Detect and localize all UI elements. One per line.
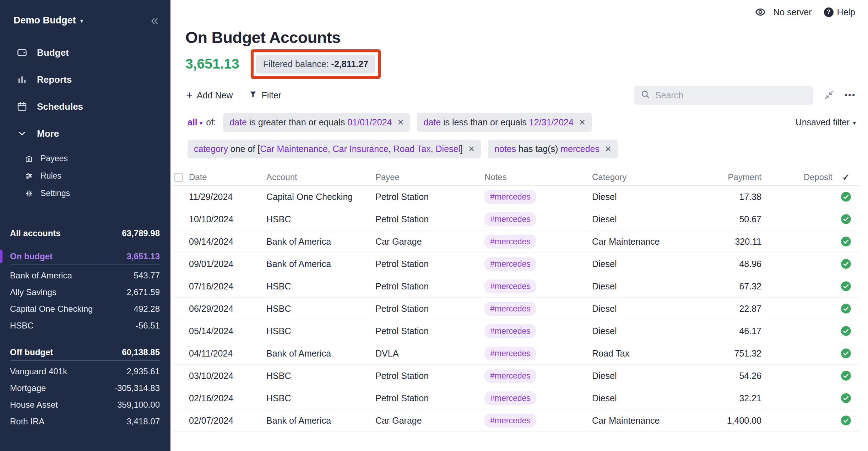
sidebar-item-all-accounts[interactable]: All accounts 63,789.98 <box>10 225 160 241</box>
column-header-deposit[interactable]: Deposit <box>761 172 832 182</box>
cleared-icon[interactable] <box>841 303 851 314</box>
column-header-notes[interactable]: Notes <box>484 172 592 182</box>
transaction-payment[interactable]: 320.11 <box>709 237 761 247</box>
table-row[interactable]: 07/16/2024 HSBC Petrol Station #mercedes… <box>173 275 859 298</box>
transaction-payment[interactable]: 22.87 <box>709 304 761 314</box>
column-header-payee[interactable]: Payee <box>375 172 484 182</box>
table-row[interactable]: 03/10/2024 HSBC Petrol Station #mercedes… <box>173 365 859 387</box>
column-header-payment[interactable]: Payment <box>709 172 761 182</box>
transaction-date[interactable]: 10/10/2024 <box>189 214 266 224</box>
close-icon[interactable]: × <box>397 117 403 127</box>
cleared-icon[interactable] <box>841 191 851 202</box>
sidebar-account-item[interactable]: Roth IRA 3,418.07 <box>10 413 160 430</box>
note-tag[interactable]: #mercedes <box>484 302 536 316</box>
transaction-account[interactable]: HSBC <box>266 326 375 336</box>
transaction-date[interactable]: 06/29/2024 <box>189 304 266 314</box>
transaction-account[interactable]: HSBC <box>266 281 375 292</box>
cleared-icon[interactable] <box>841 393 851 403</box>
column-header-account[interactable]: Account <box>266 172 375 182</box>
transaction-payment[interactable]: 67.32 <box>709 281 761 292</box>
transaction-payment[interactable]: 32.21 <box>709 393 761 403</box>
column-header-category[interactable]: Category <box>592 172 709 182</box>
transaction-category[interactable]: Diesel <box>592 304 709 314</box>
help-menu[interactable]: ? Help <box>824 7 855 17</box>
table-row[interactable]: 02/16/2024 HSBC Petrol Station #mercedes… <box>173 387 859 409</box>
transaction-category[interactable]: Diesel <box>592 192 709 202</box>
transaction-account[interactable]: HSBC <box>266 304 375 314</box>
transaction-payment[interactable]: 46.17 <box>709 326 761 336</box>
sidebar-account-item[interactable]: Mortgage -305,314.83 <box>10 380 160 396</box>
transaction-account[interactable]: Bank of America <box>266 259 375 269</box>
note-tag[interactable]: #mercedes <box>484 347 536 360</box>
transaction-date[interactable]: 02/16/2024 <box>189 393 266 403</box>
transaction-payment[interactable]: 17.38 <box>709 192 761 202</box>
transaction-payee[interactable]: Petrol Station <box>375 304 484 314</box>
unsaved-filter-menu[interactable]: Unsaved filter ▾ <box>796 117 856 127</box>
budget-switcher[interactable]: Demo Budget ▾ <box>13 15 83 26</box>
close-icon[interactable]: × <box>605 144 611 154</box>
transaction-payment[interactable]: 1,400.00 <box>709 415 761 426</box>
transaction-payment[interactable]: 50.67 <box>709 214 761 224</box>
transaction-payee[interactable]: Car Garage <box>375 237 484 247</box>
close-icon[interactable]: × <box>468 144 474 154</box>
transaction-date[interactable]: 02/07/2024 <box>189 415 266 426</box>
transaction-payment[interactable]: 48.96 <box>709 259 761 269</box>
total-balance[interactable]: 3,651.13 <box>185 56 239 72</box>
table-row[interactable]: 09/14/2024 Bank of America Car Garage #m… <box>173 230 859 253</box>
sidebar-item-settings[interactable]: Settings <box>0 185 170 202</box>
conjunction-dropdown[interactable]: all ▾ <box>188 117 202 127</box>
sidebar-collapse-button[interactable]: « <box>151 13 158 27</box>
transaction-date[interactable]: 09/14/2024 <box>189 237 266 247</box>
transaction-category[interactable]: Diesel <box>592 214 709 224</box>
note-tag[interactable]: #mercedes <box>484 324 536 338</box>
sidebar-account-item[interactable]: HSBC -56.51 <box>10 317 160 334</box>
transaction-category[interactable]: Diesel <box>592 393 709 403</box>
transaction-payment[interactable]: 751.32 <box>709 348 761 359</box>
table-row[interactable]: 09/01/2024 Bank of America Petrol Statio… <box>173 253 859 275</box>
collapse-rows-icon[interactable] <box>824 90 834 100</box>
filter-condition-notes[interactable]: notes has tag(s) mercedes × <box>488 140 618 158</box>
transaction-payee[interactable]: Petrol Station <box>375 259 484 269</box>
transaction-payee[interactable]: Petrol Station <box>375 393 484 403</box>
transaction-category[interactable]: Road Tax <box>592 348 709 359</box>
transaction-date[interactable]: 11/29/2024 <box>189 192 266 202</box>
transaction-payee[interactable]: Petrol Station <box>375 192 484 202</box>
transaction-category[interactable]: Diesel <box>592 371 709 381</box>
table-row[interactable]: 05/14/2024 HSBC Petrol Station #mercedes… <box>173 320 859 342</box>
table-row[interactable]: 04/11/2024 Bank of America DVLA #mercede… <box>173 342 859 365</box>
transaction-category[interactable]: Diesel <box>592 326 709 336</box>
transaction-account[interactable]: HSBC <box>266 371 375 381</box>
table-row[interactable]: 02/07/2024 Bank of America Car Garage #m… <box>173 409 859 432</box>
column-header-date[interactable]: Date <box>189 172 266 182</box>
sidebar-account-item[interactable]: House Asset 359,100.00 <box>10 396 160 413</box>
sidebar-item-budget[interactable]: Budget <box>0 39 170 66</box>
note-tag[interactable]: #mercedes <box>484 190 536 204</box>
transaction-account[interactable]: HSBC <box>266 214 375 224</box>
transaction-category[interactable]: Diesel <box>592 281 709 292</box>
transaction-payee[interactable]: Petrol Station <box>375 326 484 336</box>
sidebar-account-item[interactable]: Bank of America 543.77 <box>10 267 160 284</box>
sidebar-item-off-budget[interactable]: Off budget 60,138.85 <box>10 344 160 361</box>
transaction-category[interactable]: Car Maintenance <box>592 237 709 247</box>
table-row[interactable]: 06/29/2024 HSBC Petrol Station #mercedes… <box>173 298 859 320</box>
sidebar-item-more[interactable]: More <box>0 120 170 147</box>
transaction-payee[interactable]: Petrol Station <box>375 371 484 381</box>
filter-button[interactable]: Filter <box>249 90 282 101</box>
column-header-cleared[interactable]: ✓ <box>832 172 859 183</box>
transaction-date[interactable]: 03/10/2024 <box>189 371 266 381</box>
more-options-icon[interactable]: ••• <box>845 91 856 100</box>
transaction-date[interactable]: 05/14/2024 <box>189 326 266 336</box>
transaction-payee[interactable]: DVLA <box>375 348 484 359</box>
server-status[interactable]: No server <box>773 7 812 17</box>
filter-condition-date-lte[interactable]: date is less than or equals 12/31/2024 × <box>417 113 591 132</box>
close-icon[interactable]: × <box>579 117 585 127</box>
cleared-icon[interactable] <box>841 236 851 247</box>
note-tag[interactable]: #mercedes <box>484 279 536 293</box>
sidebar-item-on-budget[interactable]: On budget 3,651.13 <box>10 248 160 265</box>
transaction-account[interactable]: Bank of America <box>266 237 375 247</box>
transaction-payee[interactable]: Petrol Station <box>375 281 484 292</box>
transaction-category[interactable]: Diesel <box>592 259 709 269</box>
transaction-account[interactable]: Bank of America <box>266 348 375 359</box>
transaction-account[interactable]: Bank of America <box>266 415 375 426</box>
add-new-button[interactable]: + Add New <box>186 90 233 101</box>
